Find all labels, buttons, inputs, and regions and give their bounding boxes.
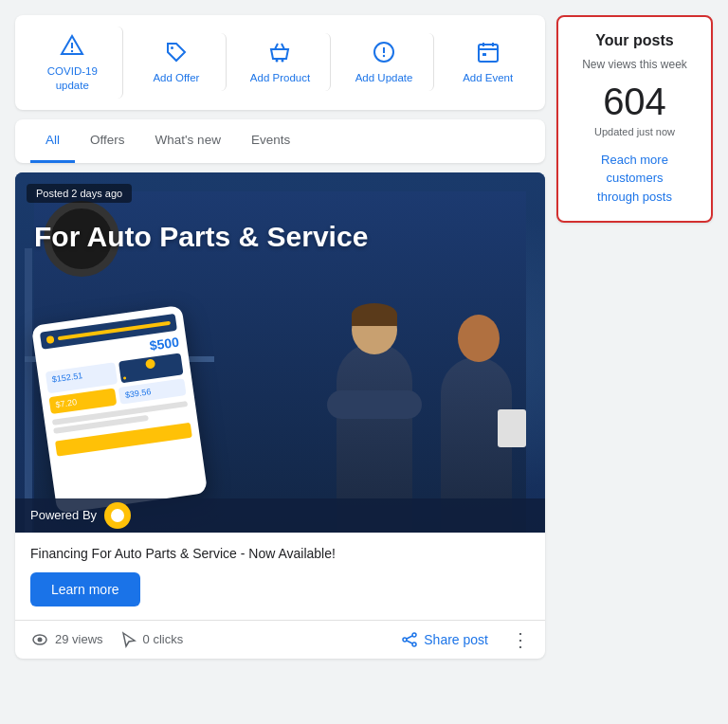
add-update-label: Add Update <box>355 71 413 85</box>
views-stat: 29 views <box>30 630 103 649</box>
svg-point-17 <box>412 643 416 646</box>
add-event-action[interactable]: Add Event <box>438 33 537 91</box>
share-post-button[interactable]: Share post <box>401 631 488 648</box>
posted-badge: Posted 2 days ago <box>27 184 132 203</box>
your-posts-title: Your posts <box>570 32 700 49</box>
svg-point-1 <box>71 50 73 52</box>
tabs-bar: All Offers What's new Events <box>15 119 545 163</box>
add-product-action[interactable]: Add Product <box>230 33 331 91</box>
add-offer-label: Add Offer <box>153 71 199 85</box>
views-count-big: 604 <box>570 81 700 122</box>
views-count-label: 29 views <box>55 632 103 646</box>
tablet-simulation: $500 $152.51 ● $7.20 $39.56 <box>31 305 208 514</box>
learn-more-button[interactable]: Learn more <box>30 572 140 606</box>
your-posts-card: Your posts New views this week 604 Updat… <box>556 15 713 223</box>
svg-point-16 <box>403 638 407 642</box>
add-update-action[interactable]: Add Update <box>335 33 435 91</box>
right-panel: Your posts New views this week 604 Updat… <box>556 15 713 223</box>
cursor-icon <box>118 630 137 649</box>
alert-triangle-icon <box>59 32 85 59</box>
svg-rect-8 <box>479 45 498 62</box>
tag-icon <box>163 39 190 65</box>
alert-circle-icon <box>371 39 397 65</box>
svg-line-18 <box>407 636 412 639</box>
svg-rect-12 <box>482 53 486 56</box>
svg-point-4 <box>282 60 284 63</box>
svg-point-7 <box>383 55 385 57</box>
post-description: Financing For Auto Parts & Service - Now… <box>30 546 530 561</box>
more-options-button[interactable]: ⋮ <box>511 630 530 649</box>
add-offer-action[interactable]: Add Offer <box>127 33 228 91</box>
svg-point-14 <box>38 637 43 642</box>
post-title-overlay: For Auto Parts & Service <box>34 220 526 254</box>
reach-more-link[interactable]: Reach more customers through posts <box>570 151 700 207</box>
tab-offers[interactable]: Offers <box>75 119 140 163</box>
tab-all[interactable]: All <box>30 119 75 163</box>
svg-point-15 <box>412 633 416 637</box>
post-image-container: For Auto Parts & Service $500 $152.51 <box>15 172 545 533</box>
eye-icon <box>30 630 49 649</box>
post-card: For Auto Parts & Service $500 $152.51 <box>15 172 545 659</box>
action-bar: COVID-19 update Add Offer <box>15 15 545 110</box>
svg-line-19 <box>407 641 412 643</box>
calendar-icon <box>475 39 501 65</box>
svg-point-2 <box>171 46 173 49</box>
powered-by-text: Powered By <box>30 508 97 522</box>
add-event-label: Add Event <box>463 71 513 85</box>
page-container: COVID-19 update Add Offer <box>15 15 713 659</box>
tab-whats-new[interactable]: What's new <box>140 119 236 163</box>
clicks-count-label: 0 clicks <box>143 632 184 646</box>
share-icon <box>401 631 418 648</box>
post-image-bg: For Auto Parts & Service $500 $152.51 <box>15 172 545 533</box>
post-content: Financing For Auto Parts & Service - Now… <box>15 533 545 620</box>
tab-events[interactable]: Events <box>236 119 305 163</box>
add-product-label: Add Product <box>250 71 310 85</box>
updated-text: Updated just now <box>570 126 700 137</box>
left-panel: COVID-19 update Add Offer <box>15 15 545 659</box>
covid19-action[interactable]: COVID-19 update <box>23 27 123 99</box>
powered-bar: Powered By <box>15 498 545 533</box>
shopping-basket-icon <box>266 39 293 65</box>
post-title-area: For Auto Parts & Service <box>15 220 545 254</box>
svg-point-3 <box>276 60 279 63</box>
post-stats-bar: 29 views 0 clicks <box>15 620 545 659</box>
your-posts-subtitle: New views this week <box>570 57 700 73</box>
covid19-label: COVID-19 update <box>47 64 98 93</box>
share-post-label: Share post <box>424 632 488 647</box>
clicks-stat: 0 clicks <box>118 630 184 649</box>
